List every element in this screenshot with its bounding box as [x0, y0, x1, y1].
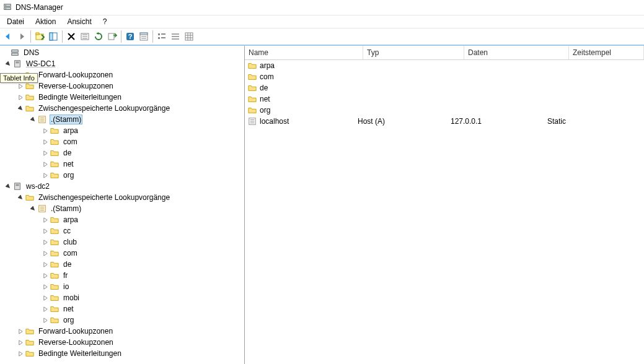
- svg-point-2: [6, 5, 6, 6]
- tree-item-zone[interactable]: net: [0, 303, 244, 314]
- expand-icon[interactable]: [16, 329, 25, 334]
- expand-icon[interactable]: [41, 273, 50, 279]
- expand-icon[interactable]: [41, 306, 50, 312]
- tree-item-zone[interactable]: io: [0, 281, 244, 292]
- expand-icon[interactable]: [41, 284, 50, 290]
- tree-item-zone[interactable]: club: [0, 236, 244, 248]
- tree-item-server2[interactable]: ws-dc2: [0, 181, 244, 192]
- expand-icon[interactable]: [41, 139, 50, 145]
- expand-icon[interactable]: [16, 340, 25, 345]
- list-name: org: [260, 106, 270, 115]
- server-icon: [12, 59, 22, 69]
- expand-icon[interactable]: [41, 162, 50, 167]
- tree-item-server1[interactable]: WS-DC1: [0, 58, 244, 69]
- expand-icon[interactable]: [41, 295, 50, 301]
- dns-icon: [10, 48, 20, 58]
- list-item-folder[interactable]: net: [245, 93, 644, 105]
- expand-icon[interactable]: [41, 128, 50, 134]
- tree-item-zone[interactable]: de: [0, 259, 244, 270]
- expand-icon[interactable]: [41, 150, 50, 156]
- tree-item-stamm-1[interactable]: .(Stamm): [0, 114, 244, 125]
- list-item-folder[interactable]: com: [245, 71, 644, 82]
- tree-item-cache-1[interactable]: Zwischengespeicherte Lookupvorgänge: [0, 103, 244, 114]
- collapse-icon[interactable]: [4, 184, 12, 189]
- collapse-icon[interactable]: [29, 206, 37, 212]
- back-button[interactable]: [1, 30, 15, 43]
- col-header-zeit[interactable]: Zeitstempel: [569, 46, 644, 59]
- menu-aktion[interactable]: Aktion: [30, 16, 61, 27]
- svg-rect-0: [4, 4, 11, 7]
- list-item-folder[interactable]: arpa: [245, 60, 644, 71]
- new-container-button[interactable]: [33, 30, 46, 43]
- export-button[interactable]: [105, 30, 119, 43]
- collapse-icon[interactable]: [29, 117, 37, 123]
- expand-icon[interactable]: [41, 228, 50, 234]
- properties-button[interactable]: [137, 30, 151, 43]
- svg-rect-13: [140, 33, 148, 35]
- show-hide-button[interactable]: [46, 30, 60, 43]
- expand-icon[interactable]: [41, 251, 50, 256]
- col-header-typ[interactable]: Typ: [363, 46, 464, 59]
- tree-label: de: [62, 259, 73, 269]
- tree-item-zone[interactable]: mobi: [0, 292, 244, 303]
- tree-item-cache-2[interactable]: Zwischengespeicherte Lookupvorgänge: [0, 192, 244, 203]
- folder-icon: [247, 94, 257, 104]
- folder-icon: [247, 61, 257, 71]
- menu-help[interactable]: ?: [97, 16, 113, 27]
- tree-pane[interactable]: Tablet Info ▾ DNS WS-DC1: [0, 46, 245, 364]
- tree-label: Zwischengespeicherte Lookupvorgänge: [37, 103, 171, 113]
- tree-item-zone[interactable]: org: [0, 314, 244, 326]
- expand-icon[interactable]: [16, 95, 25, 100]
- list-view-2-button[interactable]: [169, 30, 182, 43]
- tree-item-zone[interactable]: com: [0, 248, 244, 259]
- expand-icon[interactable]: [41, 217, 50, 223]
- expand-icon[interactable]: [41, 262, 50, 267]
- tree-label: org: [62, 315, 75, 325]
- tree-item-zone[interactable]: org: [0, 170, 244, 181]
- expand-icon[interactable]: [41, 240, 50, 245]
- forward-button[interactable]: [15, 30, 29, 43]
- expand-icon[interactable]: [16, 84, 25, 89]
- list-view-3-button[interactable]: [182, 30, 196, 43]
- tree-item-dns-root[interactable]: ▾ DNS: [0, 47, 244, 58]
- menu-datei[interactable]: Datei: [1, 16, 30, 27]
- tree-item-zone[interactable]: arpa: [0, 125, 244, 136]
- tree-item-cond-2[interactable]: Bedingte Weiterleitungen: [0, 348, 244, 359]
- tree-item-zone[interactable]: de: [0, 147, 244, 158]
- collapse-icon[interactable]: [16, 195, 25, 201]
- tree-label: arpa: [62, 126, 79, 136]
- svg-text:?: ?: [128, 33, 133, 40]
- list-item-folder[interactable]: de: [245, 82, 644, 93]
- tree-label: net: [62, 159, 75, 169]
- expand-icon[interactable]: [41, 173, 50, 178]
- tree-item-cond-1[interactable]: Bedingte Weiterleitungen: [0, 92, 244, 103]
- list-item-record[interactable]: localhostHost (A)127.0.0.1Static: [245, 116, 644, 127]
- list-item-folder[interactable]: org: [245, 105, 644, 116]
- record-icon: [247, 116, 257, 126]
- expand-icon[interactable]: [16, 351, 25, 357]
- expand-icon[interactable]: [41, 318, 50, 323]
- menu-ansicht[interactable]: Ansicht: [61, 16, 97, 27]
- tree-item-zone[interactable]: fr: [0, 270, 244, 281]
- help-button[interactable]: ?: [123, 30, 137, 43]
- reload-button[interactable]: [92, 30, 105, 43]
- tree-item-zone[interactable]: arpa: [0, 214, 244, 225]
- list-pane[interactable]: Name Typ Daten Zeitstempel arpacomdeneto…: [245, 46, 644, 364]
- col-header-name[interactable]: Name: [245, 46, 363, 59]
- tree-item-stamm-2[interactable]: .(Stamm): [0, 203, 244, 214]
- expand-icon[interactable]: [4, 61, 12, 67]
- col-header-daten[interactable]: Daten: [464, 46, 569, 59]
- svg-point-3: [6, 8, 6, 9]
- tree-item-rev-zones-2[interactable]: Reverse-Lookupzonen: [0, 337, 244, 348]
- tree-item-zone[interactable]: com: [0, 136, 244, 147]
- refresh-button[interactable]: [78, 30, 92, 43]
- tree-item-zone[interactable]: net: [0, 158, 244, 170]
- tree-label: de: [62, 148, 73, 158]
- list-view-1-button[interactable]: [155, 30, 169, 43]
- folder-icon: [25, 103, 35, 113]
- collapse-icon[interactable]: [16, 106, 25, 111]
- delete-button[interactable]: [64, 30, 78, 43]
- tree-item-fwd-zones-2[interactable]: Forward-Lookupzonen: [0, 326, 244, 337]
- tree-item-zone[interactable]: cc: [0, 225, 244, 236]
- folder-icon: [50, 293, 60, 303]
